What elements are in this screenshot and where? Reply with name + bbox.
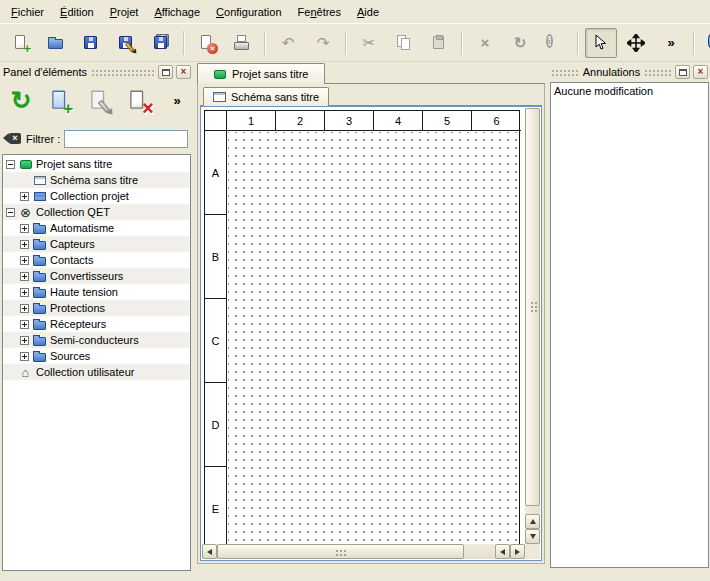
- toolbar-overflow-icon: »: [662, 34, 680, 52]
- vertical-scrollbar[interactable]: [525, 108, 540, 544]
- menu-edition[interactable]: Édition: [52, 2, 102, 22]
- tree-item[interactable]: Protections: [3, 300, 190, 316]
- tree-item[interactable]: Schéma sans titre: [3, 172, 190, 188]
- menu-projet[interactable]: Projet: [102, 2, 147, 22]
- tree-expander-plus-icon[interactable]: [20, 304, 29, 313]
- float-panel-button[interactable]: [158, 65, 173, 79]
- delete-button[interactable]: ×: [469, 28, 501, 58]
- float-panel-button[interactable]: [675, 65, 690, 79]
- menu-fenetres[interactable]: Fenêtres: [290, 2, 349, 22]
- tree-expander-plus-icon[interactable]: [20, 256, 29, 265]
- tree-expander-minus-icon[interactable]: [6, 208, 15, 217]
- tree-expander-plus-icon[interactable]: [20, 352, 29, 361]
- diagram-grid[interactable]: [228, 132, 520, 544]
- tree-expander-plus-icon[interactable]: [20, 288, 29, 297]
- tree-expander-plus-icon[interactable]: [20, 320, 29, 329]
- scroll-left-button-2[interactable]: [495, 544, 510, 559]
- tree-expander-plus-icon[interactable]: [20, 240, 29, 249]
- tree-item[interactable]: Sources: [3, 348, 190, 364]
- scroll-down-button[interactable]: [525, 529, 540, 544]
- tab-project[interactable]: Projet sans titre: [197, 63, 325, 84]
- cut-button[interactable]: ✂: [353, 28, 385, 58]
- undo-panel-header: Annulations ×: [551, 64, 708, 80]
- tree-expander-plus-icon[interactable]: [20, 272, 29, 281]
- horizontal-scrollbar[interactable]: [202, 544, 525, 559]
- schema-viewport[interactable]: 123456 ABCDE: [202, 108, 525, 544]
- float-icon: [162, 69, 170, 76]
- tree-item[interactable]: Semi-conducteurs: [3, 332, 190, 348]
- tree-item[interactable]: ⊗Collection QET: [3, 204, 190, 220]
- toolbar-separator: [345, 31, 347, 55]
- redo-button[interactable]: ↷: [307, 28, 339, 58]
- tree-item[interactable]: Contacts: [3, 252, 190, 268]
- delete-element-button[interactable]: ×: [123, 86, 153, 116]
- tree-item-label: Collection utilisateur: [36, 366, 134, 378]
- save-as-button[interactable]: [110, 28, 142, 58]
- paste-icon: [430, 34, 448, 52]
- elements-panel-title: Panel d'éléments: [2, 66, 88, 78]
- reload-collections-icon: ↻: [9, 89, 32, 112]
- undo-history-entry[interactable]: Aucune modification: [554, 85, 705, 97]
- pan-mode-button[interactable]: [620, 28, 652, 58]
- tree-item[interactable]: Collection projet: [3, 188, 190, 204]
- column-header: 2: [276, 111, 325, 131]
- rotate-button[interactable]: ↻: [504, 28, 536, 58]
- dock-grip[interactable]: [551, 68, 579, 76]
- save-all-button[interactable]: [145, 28, 177, 58]
- new-document-button[interactable]: +: [5, 28, 37, 58]
- dock-grip[interactable]: [91, 68, 155, 76]
- tree-item[interactable]: Convertisseurs: [3, 268, 190, 284]
- copy-button[interactable]: [388, 28, 420, 58]
- menu-aide[interactable]: Aide: [349, 2, 387, 22]
- save-button[interactable]: [75, 28, 107, 58]
- menu-configuration[interactable]: Configuration: [208, 2, 289, 22]
- tree-expander-plus-icon[interactable]: [20, 224, 29, 233]
- tree-item[interactable]: Projet sans titre: [3, 156, 190, 172]
- horizontal-scrollbar-thumb[interactable]: [217, 544, 464, 559]
- tab-schema[interactable]: Schéma sans titre: [203, 87, 329, 106]
- tree-item[interactable]: Capteurs: [3, 236, 190, 252]
- toolbar-separator: [183, 31, 185, 55]
- scroll-left-button[interactable]: [202, 544, 217, 559]
- tree-expander-plus-icon[interactable]: [20, 336, 29, 345]
- elements-panel: Panel d'éléments × ↻+×» × Filtrer : Proj…: [0, 62, 193, 573]
- tree-expander-minus-icon[interactable]: [6, 160, 15, 169]
- about-qet-button[interactable]: i: [701, 28, 710, 58]
- left-arrow-icon: [500, 549, 505, 555]
- select-mode-button[interactable]: [585, 28, 617, 58]
- toolbar-overflow-button[interactable]: »: [655, 28, 687, 58]
- open-document-button[interactable]: [40, 28, 72, 58]
- tree-item[interactable]: ⌂Collection utilisateur: [3, 364, 190, 380]
- tree-item-label: Haute tension: [50, 286, 118, 298]
- pan-mode-icon: [627, 34, 645, 52]
- undo-panel-title: Annulations: [582, 66, 642, 78]
- delete-icon: ×: [476, 34, 494, 52]
- tree-item[interactable]: Automatisme: [3, 220, 190, 236]
- diagram-sheet: 123456 ABCDE: [204, 110, 520, 544]
- dock-grip[interactable]: [644, 68, 672, 76]
- filter-input[interactable]: [64, 130, 188, 148]
- object-info-button[interactable]: i: [539, 28, 571, 58]
- reload-collections-button[interactable]: ↻: [6, 86, 36, 116]
- clear-filter-button[interactable]: ×: [3, 131, 22, 147]
- close-panel-button[interactable]: ×: [693, 65, 708, 79]
- vertical-scrollbar-thumb[interactable]: [525, 108, 540, 506]
- save-icon: [82, 34, 100, 52]
- tree-item[interactable]: Récepteurs: [3, 316, 190, 332]
- tree-item[interactable]: Haute tension: [3, 284, 190, 300]
- paste-button[interactable]: [423, 28, 455, 58]
- menu-affichage[interactable]: Affichage: [146, 2, 208, 22]
- close-panel-button[interactable]: ×: [176, 65, 191, 79]
- undo-button[interactable]: ↶: [272, 28, 304, 58]
- edit-element-icon: [87, 89, 110, 112]
- menu-fichier[interactable]: Fichier: [3, 2, 52, 22]
- edit-element-button[interactable]: [84, 86, 114, 116]
- scroll-right-button[interactable]: [510, 544, 525, 559]
- tree-expander-plus-icon[interactable]: [20, 192, 29, 201]
- panel-overflow-button[interactable]: »: [162, 86, 192, 116]
- scroll-up-button[interactable]: [525, 514, 540, 529]
- tree-item-label: Schéma sans titre: [50, 174, 138, 186]
- new-element-button[interactable]: +: [45, 86, 75, 116]
- close-document-button[interactable]: ×: [191, 28, 223, 58]
- print-button[interactable]: [226, 28, 258, 58]
